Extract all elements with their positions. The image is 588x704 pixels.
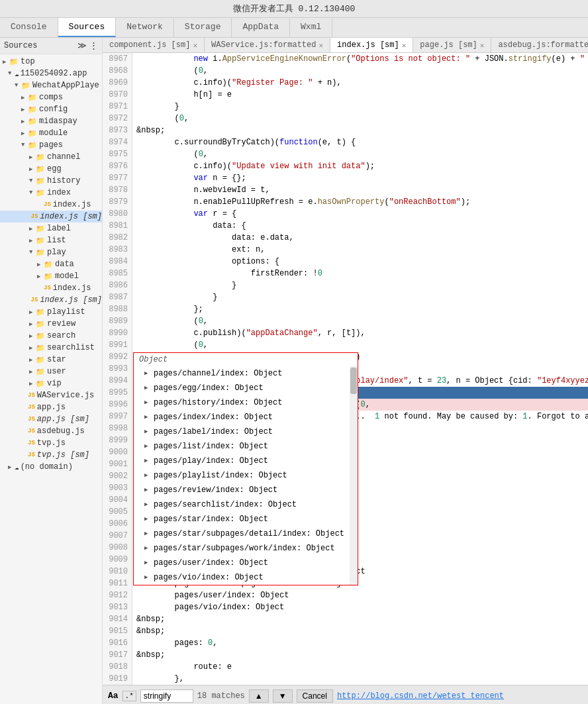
cancel-button[interactable]: Cancel xyxy=(297,689,333,703)
folder-icon: 📁 xyxy=(44,260,53,269)
tab-network[interactable]: Network xyxy=(116,18,174,37)
folder-icon: 📁 xyxy=(36,308,45,317)
folder-icon: 📁 xyxy=(36,379,45,388)
autocomplete-scrollbar[interactable] xyxy=(350,366,358,585)
tab-wxml[interactable]: Wxml xyxy=(290,18,332,37)
tree-index-js[interactable]: JS index.js xyxy=(0,199,102,211)
tree-index-js-sm[interactable]: JS index.js [sm] xyxy=(0,211,102,223)
autocomplete-item[interactable]: ▶pages/searchlist/index: Object xyxy=(134,497,358,512)
folder-icon: 📁 xyxy=(9,58,19,66)
close-tab-component[interactable]: ✕ xyxy=(193,41,197,50)
code-line: &nbsp; xyxy=(136,625,588,637)
tab-asdebug-formatted[interactable]: asdebug.js:formatted ✕ xyxy=(491,38,588,52)
prev-match-button[interactable]: ▲ xyxy=(249,689,269,703)
aa-label: Aa xyxy=(108,691,119,701)
tree-egg[interactable]: ▶ 📁 egg xyxy=(0,163,102,175)
autocomplete-item[interactable]: ▶pages/channel/index: Object xyxy=(134,366,358,381)
autocomplete-item[interactable]: ▶pages/star/subpages/detail/index: Objec… xyxy=(134,527,358,541)
autocomplete-item[interactable]: ▶pages/history/index: Object xyxy=(134,395,358,410)
tree-play-index-js[interactable]: JS index.js xyxy=(0,282,102,294)
tree-appjs-sm[interactable]: JS app.js [sm] xyxy=(0,413,102,425)
autocomplete-item[interactable]: ▶pages/user/index: Object xyxy=(134,556,358,570)
tree-history[interactable]: ▼ 📁 history xyxy=(0,175,102,187)
tree-list[interactable]: ▶ 📁 list xyxy=(0,234,102,246)
tree-appjs[interactable]: JS app.js xyxy=(0,401,102,413)
tree-waservice[interactable]: JS WAService.js xyxy=(0,389,102,401)
next-match-button[interactable]: ▼ xyxy=(273,689,293,703)
close-tab-page[interactable]: ✕ xyxy=(480,41,485,50)
tree-no-domain[interactable]: ▶ ☁ (no domain) xyxy=(0,461,102,473)
tree-search[interactable]: ▶ 📁 search xyxy=(0,330,102,342)
tree-top[interactable]: ▶ 📁 top xyxy=(0,56,102,68)
autocomplete-item[interactable]: ▶pages/review/index: Object xyxy=(134,483,358,497)
tree-vip[interactable]: ▶ 📁 vip xyxy=(0,377,102,389)
tree-wechatapp[interactable]: ▼ 📁 WechatAppPlaye xyxy=(0,79,102,91)
tab-page-sm[interactable]: page.js [sm] ✕ xyxy=(413,38,491,52)
autocomplete-item[interactable]: ▶pages/label/index: Object xyxy=(134,425,358,439)
sidebar: Sources ≫ ⋮ ▶ 📁 top ▼ ☁ 1150254092.appse… xyxy=(0,38,103,704)
code-line: pages/user/index: Object xyxy=(136,589,588,601)
tree-label[interactable]: ▶ 📁 label xyxy=(0,223,102,234)
folder-icon: 📁 xyxy=(36,248,45,257)
close-tab-waservice[interactable]: ✕ xyxy=(318,41,323,50)
autocomplete-item[interactable]: ▶pages/playlist/index: Object xyxy=(134,468,358,483)
tree-module[interactable]: ▶ 📁 module xyxy=(0,127,102,139)
tree-config[interactable]: ▶ 📁 config xyxy=(0,103,102,115)
autocomplete-header: Object xyxy=(134,353,358,366)
tree-data[interactable]: ▶ 📁 data xyxy=(0,258,102,270)
regex-label[interactable]: .* xyxy=(122,691,136,701)
tree-pages[interactable]: ▼ 📁 pages xyxy=(0,139,102,151)
match-count: 18 matches xyxy=(197,691,245,701)
sidebar-more-icon[interactable]: ≫ xyxy=(77,40,87,51)
tree-model[interactable]: ▶ 📁 model xyxy=(0,270,102,282)
code-tabs: component.js [sm] ✕ WAService.js:formatt… xyxy=(103,38,588,53)
tree-star[interactable]: ▶ 📁 star xyxy=(0,354,102,366)
scrollbar-thumb[interactable] xyxy=(350,368,357,394)
tab-index-sm[interactable]: index.js [sm] ✕ xyxy=(330,38,413,52)
tab-console[interactable]: Console xyxy=(0,18,58,37)
tab-waservice-formatted[interactable]: WAService.js:formatted ✕ xyxy=(205,38,330,52)
autocomplete-item[interactable]: ▶pages/star/index: Object xyxy=(134,512,358,527)
tab-storage[interactable]: Storage xyxy=(174,18,232,37)
tree-user[interactable]: ▶ 📁 user xyxy=(0,366,102,377)
tree-channel[interactable]: ▶ 📁 channel xyxy=(0,151,102,163)
tree-tvpjs-sm[interactable]: JS tvp.js [sm] xyxy=(0,449,102,461)
sidebar-menu-icon[interactable]: ⋮ xyxy=(89,40,98,51)
search-input[interactable] xyxy=(140,689,193,703)
tree-appserver[interactable]: ▼ ☁ 1150254092.appser xyxy=(0,68,102,79)
tree-review[interactable]: ▶ 📁 review xyxy=(0,318,102,330)
file-js-icon2: JS xyxy=(44,285,51,291)
close-tab-index[interactable]: ✕ xyxy=(402,41,407,50)
autocomplete-item[interactable]: ▶pages/vio/index: Object xyxy=(134,570,358,585)
tree-play-index-sm[interactable]: JS index.js [sm] xyxy=(0,294,102,306)
code-line: (0, xyxy=(136,315,588,327)
file-sm-icon2: JS xyxy=(31,297,38,303)
folder-icon: 📁 xyxy=(21,81,30,90)
tab-component-js[interactable]: component.js [sm] ✕ xyxy=(103,38,205,52)
folder-icon: 📁 xyxy=(36,356,45,364)
autocomplete-item[interactable]: ▶pages/star/subpages/work/index: Object xyxy=(134,541,358,556)
tree-comps[interactable]: ▶ 📁 comps xyxy=(0,91,102,103)
code-editor[interactable]: 8967896889698970897189728973897489758976… xyxy=(103,53,588,685)
autocomplete-item[interactable]: ▶pages/list/index: Object xyxy=(134,439,358,454)
tree-asdebug[interactable]: JS asdebug.js xyxy=(0,425,102,437)
code-line: c.publish)("appDataChange", r, [t]), xyxy=(136,327,588,339)
autocomplete-item[interactable]: ▶pages/egg/index: Object xyxy=(134,381,358,395)
tree-index-folder[interactable]: ▼ 📁 index xyxy=(0,187,102,199)
autocomplete-item[interactable]: ▶pages/index/index: Object xyxy=(134,410,358,425)
tree-playlist[interactable]: ▶ 📁 playlist xyxy=(0,306,102,318)
code-line: h[n] = e xyxy=(136,89,588,101)
tab-sources[interactable]: Sources xyxy=(58,18,117,37)
title-bar: 微信开发者工具 0.12.130400 xyxy=(0,0,588,18)
tab-appdata[interactable]: AppData xyxy=(232,18,290,37)
file-js-icon4: JS xyxy=(28,404,35,411)
code-line: pages: 0, xyxy=(136,637,588,649)
tree-play[interactable]: ▼ 📁 play xyxy=(0,246,102,258)
tree-midaspay[interactable]: ▶ 📁 midaspay xyxy=(0,115,102,127)
autocomplete-item[interactable]: ▶pages/play/index: Object xyxy=(134,454,358,468)
tree-searchlist[interactable]: ▶ 📁 searchlist xyxy=(0,342,102,354)
folder-icon: 📁 xyxy=(36,225,45,233)
tree-tvpjs[interactable]: JS tvp.js xyxy=(0,437,102,449)
code-line: &nbsp; xyxy=(136,125,588,136)
code-line: } xyxy=(136,101,588,113)
